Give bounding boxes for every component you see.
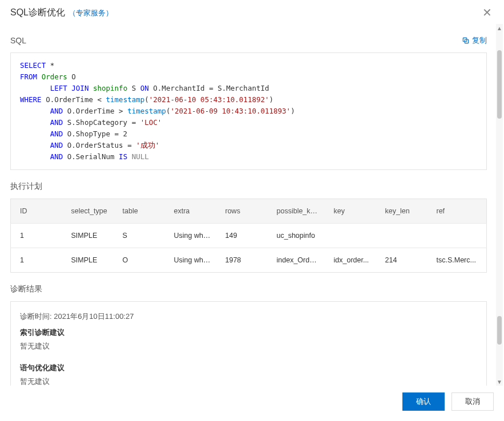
cell-extra: Using where	[165, 248, 216, 273]
kw-is: IS	[119, 152, 127, 161]
cell-rows: 1978	[216, 248, 268, 273]
close-icon[interactable]: ✕	[480, 6, 494, 19]
kw-select: SELECT	[20, 61, 46, 70]
diag-index-body: 暂无建议	[20, 339, 477, 353]
dialog-footer: 确认 取消	[0, 386, 504, 421]
cell-table[interactable]: S	[114, 224, 165, 248]
col-table: table	[114, 199, 165, 224]
sql-text: O.OrderTime >	[63, 107, 127, 115]
copy-icon	[462, 37, 470, 44]
cell-select-type: SIMPLE	[62, 224, 114, 248]
cancel-button[interactable]: 取消	[451, 392, 494, 411]
kw-and: AND	[50, 141, 63, 149]
sql-text: )	[269, 95, 274, 104]
execution-plan-table: ID select_type table extra rows possible…	[10, 199, 487, 273]
cell-ref: tsc.S.Merc...	[428, 248, 487, 273]
cell-possible-keys[interactable]: index_Order...	[268, 248, 325, 273]
cell-table[interactable]: O	[114, 248, 165, 273]
str-literal: 'LOC'	[140, 118, 162, 127]
dialog-header: SQL诊断优化 （专家服务） ✕	[0, 0, 504, 24]
cell-id: 1	[11, 224, 62, 248]
sql-text	[127, 152, 132, 161]
sql-code-box[interactable]: SELECT * FROM Orders O LEFT JOIN shopinf…	[10, 52, 487, 170]
sql-text: *	[46, 61, 54, 70]
sql-text: O.ShopType = 2	[63, 129, 127, 138]
tbl-shopinfo: shopinfo	[88, 84, 127, 92]
col-id: ID	[11, 199, 62, 224]
col-key-len: key_len	[376, 199, 428, 224]
cell-key[interactable]	[325, 224, 376, 248]
col-possible-keys: possible_keys	[268, 199, 325, 224]
kw-from: FROM	[20, 72, 37, 81]
cell-key-len: 214	[376, 248, 428, 273]
str-literal: '2021-06-10 05:43:10.011892'	[149, 95, 269, 104]
sql-text: S.ShopCategory =	[63, 118, 140, 127]
plan-section-header: 执行计划	[10, 181, 487, 192]
str-literal: '2021-06-09 10:43:10.011893'	[170, 107, 291, 115]
str-literal: '成功'	[136, 141, 159, 149]
cell-possible-keys[interactable]: uc_shopinfo	[268, 224, 325, 248]
kw-on: ON	[140, 84, 149, 92]
cell-ref	[428, 224, 487, 248]
col-extra: extra	[165, 199, 216, 224]
diag-section-header: 诊断结果	[10, 284, 487, 294]
copy-label: 复制	[472, 35, 487, 46]
sql-text: O	[67, 72, 76, 81]
dialog-title: SQL诊断优化	[10, 7, 65, 19]
tbl-orders: Orders	[37, 72, 67, 81]
body-inner: SQL 复制 SELECT * FROM Orders O LEFT JOIN …	[10, 35, 501, 386]
table-row: 1 SIMPLE O Using where 1978 index_Order.…	[11, 248, 487, 273]
table-header-row: ID select_type table extra rows possible…	[11, 199, 487, 224]
vertical-scrollbar[interactable]: ▲ ▼	[496, 24, 503, 386]
fn-timestamp: timestamp	[127, 107, 166, 115]
confirm-button[interactable]: 确认	[402, 392, 445, 411]
expert-service-link[interactable]: （专家服务）	[68, 8, 113, 18]
sql-text: S	[127, 84, 140, 92]
sql-text: O.SerialNum	[63, 152, 119, 161]
sql-diagnosis-dialog: SQL诊断优化 （专家服务） ✕ SQL 复制 SELECT * FROM Or…	[0, 0, 504, 421]
plan-label: 执行计划	[10, 181, 42, 192]
diag-label: 诊断结果	[10, 284, 42, 294]
cell-select-type: SIMPLE	[62, 248, 114, 273]
sql-section-header: SQL 复制	[10, 35, 487, 46]
sql-label: SQL	[10, 36, 26, 45]
cell-extra: Using where	[165, 224, 216, 248]
kw-and: AND	[50, 152, 63, 161]
kw-leftjoin: LEFT JOIN	[50, 84, 89, 92]
scroll-up-icon[interactable]: ▲	[496, 24, 503, 32]
table-row: 1 SIMPLE S Using where 149 uc_shopinfo	[11, 224, 487, 248]
kw-and: AND	[50, 118, 63, 127]
fn-timestamp: timestamp	[106, 95, 145, 104]
copy-button[interactable]: 复制	[462, 35, 487, 46]
diag-index-title: 索引诊断建议	[20, 326, 477, 339]
scroll-thumb[interactable]	[497, 50, 502, 119]
kw-and: AND	[50, 129, 63, 138]
scroll-thumb[interactable]	[497, 316, 502, 345]
scroll-down-icon[interactable]: ▼	[496, 378, 503, 386]
col-key: key	[325, 199, 376, 224]
diag-stmt-body: 暂无建议	[20, 375, 477, 386]
cell-key-len	[376, 224, 428, 248]
col-ref: ref	[428, 199, 487, 224]
col-rows: rows	[216, 199, 268, 224]
kw-where: WHERE	[20, 95, 42, 104]
cell-id: 1	[11, 248, 62, 273]
col-select-type: select_type	[62, 199, 114, 224]
diag-time: 诊断时间: 2021年6月10日11:00:27	[20, 310, 477, 323]
kw-and: AND	[50, 107, 63, 115]
sql-text: O.OrderTime <	[42, 95, 106, 104]
dialog-body: SQL 复制 SELECT * FROM Orders O LEFT JOIN …	[0, 24, 504, 386]
sql-text: )	[291, 107, 295, 115]
kw-null: NULL	[132, 152, 149, 161]
sql-text: O.OrderStatus =	[63, 141, 136, 149]
cell-key[interactable]: idx_order...	[325, 248, 376, 273]
diag-stmt-title: 语句优化建议	[20, 361, 477, 375]
sql-text: O.MerchantId = S.MerchantId	[149, 84, 269, 92]
title-wrap: SQL诊断优化 （专家服务）	[10, 7, 113, 19]
diagnosis-result-box: 诊断时间: 2021年6月10日11:00:27 索引诊断建议 暂无建议 语句优…	[10, 301, 487, 386]
sql-text: (	[144, 95, 149, 104]
cell-rows: 149	[216, 224, 268, 248]
